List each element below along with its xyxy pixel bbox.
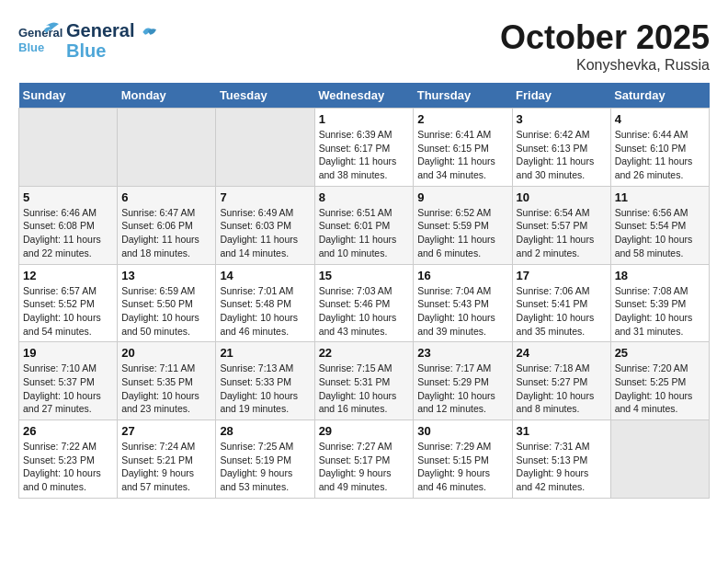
day-info: Sunrise: 7:24 AMSunset: 5:21 PMDaylight:… xyxy=(121,440,211,494)
day-info: Sunrise: 6:51 AMSunset: 6:01 PMDaylight:… xyxy=(319,206,410,260)
day-info: Sunrise: 7:03 AMSunset: 5:46 PMDaylight:… xyxy=(319,284,410,339)
day-info: Sunrise: 7:25 AMSunset: 5:19 PMDaylight:… xyxy=(220,440,310,494)
day-info: Sunrise: 7:08 AMSunset: 5:39 PMDaylight:… xyxy=(615,284,705,339)
day-cell: 21Sunrise: 7:13 AMSunset: 5:33 PMDayligh… xyxy=(216,342,314,420)
day-number: 8 xyxy=(319,190,410,204)
day-cell: 20Sunrise: 7:11 AMSunset: 5:35 PMDayligh… xyxy=(118,342,216,420)
location-title: Konyshevka, Russia xyxy=(500,57,710,74)
day-info: Sunrise: 7:22 AMSunset: 5:23 PMDaylight:… xyxy=(23,440,113,494)
day-cell: 30Sunrise: 7:29 AMSunset: 5:15 PMDayligh… xyxy=(414,420,512,499)
day-info: Sunrise: 7:29 AMSunset: 5:15 PMDaylight:… xyxy=(417,440,507,494)
day-cell: 10Sunrise: 6:54 AMSunset: 5:57 PMDayligh… xyxy=(512,186,610,264)
day-info: Sunrise: 7:06 AMSunset: 5:41 PMDaylight:… xyxy=(517,284,607,339)
week-row-3: 12Sunrise: 6:57 AMSunset: 5:52 PMDayligh… xyxy=(19,264,710,342)
day-cell: 27Sunrise: 7:24 AMSunset: 5:21 PMDayligh… xyxy=(118,420,216,499)
day-cell: 17Sunrise: 7:06 AMSunset: 5:41 PMDayligh… xyxy=(512,264,610,342)
day-number: 17 xyxy=(517,269,607,282)
day-cell: 28Sunrise: 7:25 AMSunset: 5:19 PMDayligh… xyxy=(216,420,314,499)
day-number: 21 xyxy=(220,346,310,360)
day-cell: 29Sunrise: 7:27 AMSunset: 5:17 PMDayligh… xyxy=(314,420,414,499)
day-number: 19 xyxy=(23,346,113,360)
day-info: Sunrise: 7:31 AMSunset: 5:13 PMDaylight:… xyxy=(517,440,607,494)
day-info: Sunrise: 6:54 AMSunset: 5:57 PMDaylight:… xyxy=(517,206,607,260)
day-cell: 16Sunrise: 7:04 AMSunset: 5:43 PMDayligh… xyxy=(414,264,512,342)
day-number: 31 xyxy=(517,424,607,438)
day-info: Sunrise: 7:01 AMSunset: 5:48 PMDaylight:… xyxy=(220,284,310,339)
day-number: 28 xyxy=(220,424,310,438)
logo-icon: General Blue xyxy=(18,18,63,63)
day-cell: 26Sunrise: 7:22 AMSunset: 5:23 PMDayligh… xyxy=(19,420,118,499)
day-info: Sunrise: 6:49 AMSunset: 6:03 PMDaylight:… xyxy=(220,206,310,260)
day-number: 13 xyxy=(121,269,211,282)
day-cell: 11Sunrise: 6:56 AMSunset: 5:54 PMDayligh… xyxy=(610,186,709,264)
day-info: Sunrise: 7:18 AMSunset: 5:27 PMDaylight:… xyxy=(517,362,607,416)
day-cell: 15Sunrise: 7:03 AMSunset: 5:46 PMDayligh… xyxy=(314,264,414,342)
day-cell: 12Sunrise: 6:57 AMSunset: 5:52 PMDayligh… xyxy=(19,264,118,342)
day-info: Sunrise: 6:59 AMSunset: 5:50 PMDaylight:… xyxy=(121,284,211,339)
day-info: Sunrise: 6:39 AMSunset: 6:17 PMDaylight:… xyxy=(319,128,410,182)
title-block: October 2025 Konyshevka, Russia xyxy=(500,18,710,74)
day-number: 27 xyxy=(121,424,211,438)
month-title: October 2025 xyxy=(500,18,710,57)
day-cell: 3Sunrise: 6:42 AMSunset: 6:13 PMDaylight… xyxy=(512,109,610,187)
day-cell xyxy=(216,109,314,187)
weekday-header-friday: Friday xyxy=(512,83,610,109)
week-row-1: 1Sunrise: 6:39 AMSunset: 6:17 PMDaylight… xyxy=(19,109,710,187)
day-number: 20 xyxy=(121,346,211,360)
day-info: Sunrise: 6:57 AMSunset: 5:52 PMDaylight:… xyxy=(23,284,113,339)
page-header: General Blue General Blue October 2025 K… xyxy=(18,18,710,74)
svg-text:Blue: Blue xyxy=(18,40,44,54)
logo-blue: Blue xyxy=(66,40,160,61)
day-info: Sunrise: 7:10 AMSunset: 5:37 PMDaylight:… xyxy=(23,362,113,416)
day-number: 26 xyxy=(23,424,113,438)
week-row-4: 19Sunrise: 7:10 AMSunset: 5:37 PMDayligh… xyxy=(19,342,710,420)
day-number: 18 xyxy=(615,269,705,282)
day-cell: 22Sunrise: 7:15 AMSunset: 5:31 PMDayligh… xyxy=(314,342,414,420)
day-info: Sunrise: 7:11 AMSunset: 5:35 PMDaylight:… xyxy=(121,362,211,416)
day-number: 1 xyxy=(319,112,410,126)
day-number: 9 xyxy=(417,190,507,204)
day-number: 5 xyxy=(23,190,113,204)
day-cell: 9Sunrise: 6:52 AMSunset: 5:59 PMDaylight… xyxy=(414,186,512,264)
day-info: Sunrise: 6:46 AMSunset: 6:08 PMDaylight:… xyxy=(23,206,113,260)
day-number: 14 xyxy=(220,269,310,282)
day-info: Sunrise: 6:52 AMSunset: 5:59 PMDaylight:… xyxy=(417,206,507,260)
day-info: Sunrise: 6:44 AMSunset: 6:10 PMDaylight:… xyxy=(615,128,705,182)
day-cell: 13Sunrise: 6:59 AMSunset: 5:50 PMDayligh… xyxy=(118,264,216,342)
weekday-header-monday: Monday xyxy=(118,83,216,109)
day-cell: 25Sunrise: 7:20 AMSunset: 5:25 PMDayligh… xyxy=(610,342,709,420)
week-row-2: 5Sunrise: 6:46 AMSunset: 6:08 PMDaylight… xyxy=(19,186,710,264)
day-cell: 4Sunrise: 6:44 AMSunset: 6:10 PMDaylight… xyxy=(610,109,709,187)
day-number: 16 xyxy=(417,269,507,282)
day-info: Sunrise: 7:13 AMSunset: 5:33 PMDaylight:… xyxy=(220,362,310,416)
weekday-header-saturday: Saturday xyxy=(610,83,709,109)
day-number: 12 xyxy=(23,269,113,282)
day-number: 23 xyxy=(417,346,507,360)
day-info: Sunrise: 6:41 AMSunset: 6:15 PMDaylight:… xyxy=(417,128,507,182)
day-number: 30 xyxy=(417,424,507,438)
day-cell: 24Sunrise: 7:18 AMSunset: 5:27 PMDayligh… xyxy=(512,342,610,420)
day-number: 29 xyxy=(319,424,410,438)
day-cell: 31Sunrise: 7:31 AMSunset: 5:13 PMDayligh… xyxy=(512,420,610,499)
calendar-table: SundayMondayTuesdayWednesdayThursdayFrid… xyxy=(18,83,710,499)
day-cell xyxy=(610,420,709,499)
day-number: 3 xyxy=(517,112,607,126)
day-cell: 1Sunrise: 6:39 AMSunset: 6:17 PMDaylight… xyxy=(314,109,414,187)
weekday-header-tuesday: Tuesday xyxy=(216,83,314,109)
day-cell: 2Sunrise: 6:41 AMSunset: 6:15 PMDaylight… xyxy=(414,109,512,187)
day-number: 25 xyxy=(615,346,705,360)
day-number: 2 xyxy=(417,112,507,126)
day-cell: 6Sunrise: 6:47 AMSunset: 6:06 PMDaylight… xyxy=(118,186,216,264)
day-cell xyxy=(19,109,118,187)
day-cell: 19Sunrise: 7:10 AMSunset: 5:37 PMDayligh… xyxy=(19,342,118,420)
week-row-5: 26Sunrise: 7:22 AMSunset: 5:23 PMDayligh… xyxy=(19,420,710,499)
day-number: 10 xyxy=(517,190,607,204)
day-cell: 18Sunrise: 7:08 AMSunset: 5:39 PMDayligh… xyxy=(610,264,709,342)
day-info: Sunrise: 7:17 AMSunset: 5:29 PMDaylight:… xyxy=(417,362,507,416)
day-info: Sunrise: 6:42 AMSunset: 6:13 PMDaylight:… xyxy=(517,128,607,182)
day-number: 4 xyxy=(615,112,705,126)
weekday-header-wednesday: Wednesday xyxy=(314,83,414,109)
day-info: Sunrise: 7:20 AMSunset: 5:25 PMDaylight:… xyxy=(615,362,705,416)
logo: General Blue General Blue xyxy=(18,18,160,63)
day-cell: 5Sunrise: 6:46 AMSunset: 6:08 PMDaylight… xyxy=(19,186,118,264)
